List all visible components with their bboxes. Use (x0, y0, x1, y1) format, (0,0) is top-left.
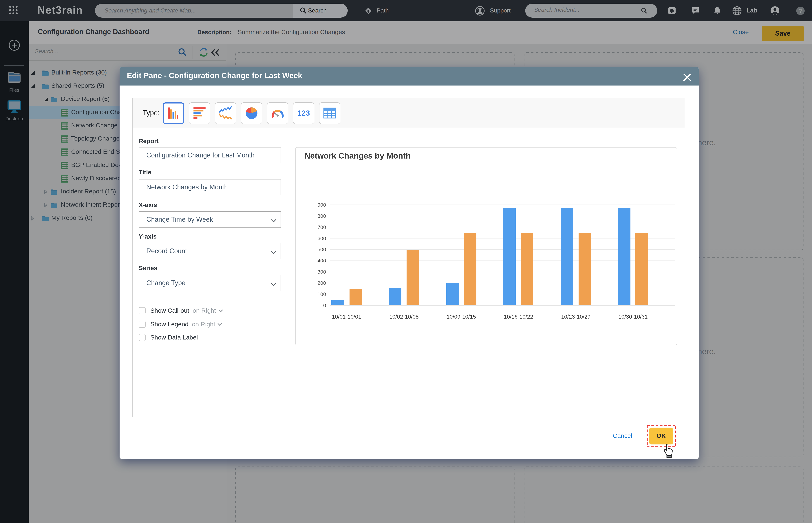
svg-text:200: 200 (317, 280, 326, 286)
svg-text:10/30-10/31: 10/30-10/31 (618, 313, 648, 320)
svg-text:400: 400 (317, 258, 326, 264)
svg-text:500: 500 (317, 247, 326, 252)
svg-text:300: 300 (317, 269, 326, 275)
svg-text:10/01-10/01: 10/01-10/01 (332, 313, 361, 320)
svg-text:100: 100 (317, 291, 326, 297)
svg-text:10/16-10/22: 10/16-10/22 (504, 313, 533, 320)
svg-text:900: 900 (317, 202, 326, 208)
svg-text:600: 600 (317, 236, 326, 241)
svg-text:0: 0 (323, 303, 326, 308)
svg-text:10/23-10/29: 10/23-10/29 (561, 313, 590, 320)
svg-text:700: 700 (317, 224, 326, 230)
svg-text:10/09-10/15: 10/09-10/15 (447, 313, 476, 320)
svg-text:10/02-10/08: 10/02-10/08 (389, 313, 419, 320)
svg-text:800: 800 (317, 213, 326, 219)
